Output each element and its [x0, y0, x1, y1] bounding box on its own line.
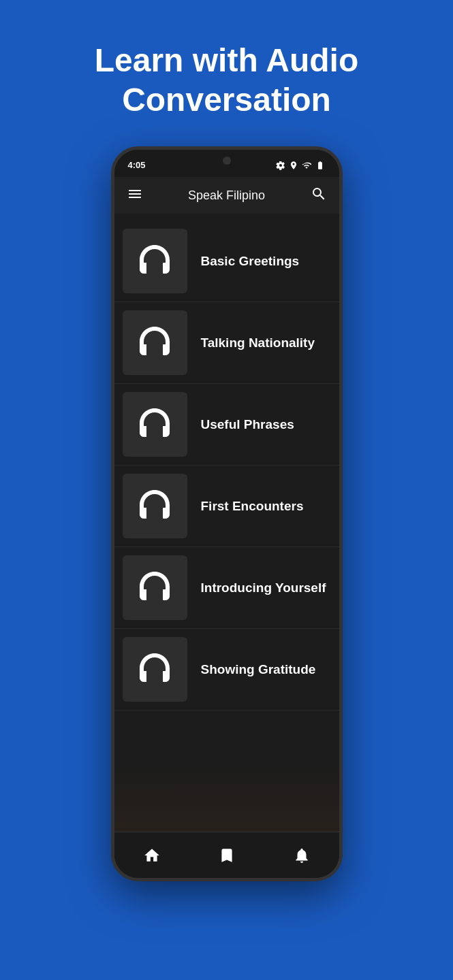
hero-title: Learn with Audio Conversation: [0, 0, 453, 146]
lesson-title: Basic Greetings: [201, 254, 300, 269]
lessons-list: Basic Greetings Talking Nationality Usef…: [114, 214, 339, 832]
lesson-icon-box: [123, 637, 187, 702]
lesson-item[interactable]: Basic Greetings: [114, 220, 339, 302]
app-title: Speak Filipino: [188, 189, 265, 203]
gear-icon: [276, 161, 285, 170]
lesson-icon-box: [123, 310, 187, 375]
headphone-icon: [134, 649, 175, 690]
lesson-item[interactable]: First Encounters: [114, 466, 339, 547]
location-icon: [289, 161, 298, 170]
bottom-nav: [114, 832, 339, 878]
lesson-title: First Encounters: [201, 499, 304, 514]
camera-notch: [223, 157, 231, 165]
lesson-icon-box: [123, 229, 187, 293]
headphone-icon: [134, 568, 175, 608]
lesson-item[interactable]: Introducing Yourself: [114, 547, 339, 629]
headphone-icon: [134, 486, 175, 527]
menu-button[interactable]: [127, 186, 143, 205]
headphone-icon: [134, 323, 175, 363]
bookmark-icon: [218, 847, 236, 864]
phone-frame: 4:05 Speak Filipino: [111, 146, 343, 881]
status-time: 4:05: [128, 160, 146, 170]
nav-home[interactable]: [129, 841, 174, 870]
lesson-title: Talking Nationality: [201, 336, 315, 350]
nav-bell[interactable]: [279, 841, 324, 870]
lesson-item[interactable]: Useful Phrases: [114, 384, 339, 466]
headphone-icon: [134, 404, 175, 445]
nav-bookmark[interactable]: [204, 841, 249, 870]
search-icon: [311, 186, 327, 202]
status-icons: [276, 161, 326, 170]
home-icon: [143, 847, 161, 864]
lesson-icon-box: [123, 392, 187, 457]
lesson-icon-box: [123, 474, 187, 538]
lesson-icon-box: [123, 555, 187, 620]
lesson-title: Showing Gratitude: [201, 662, 316, 677]
search-button[interactable]: [311, 186, 327, 205]
hamburger-icon: [127, 186, 143, 202]
battery-icon: [315, 161, 326, 170]
lesson-title: Useful Phrases: [201, 417, 294, 432]
wifi-icon: [302, 161, 311, 170]
headphone-icon: [134, 241, 175, 282]
lesson-title: Introducing Yourself: [201, 581, 326, 595]
top-bar: Speak Filipino: [114, 177, 339, 214]
lesson-item[interactable]: Talking Nationality: [114, 302, 339, 384]
bell-icon: [293, 847, 311, 864]
lesson-item[interactable]: Showing Gratitude: [114, 629, 339, 710]
